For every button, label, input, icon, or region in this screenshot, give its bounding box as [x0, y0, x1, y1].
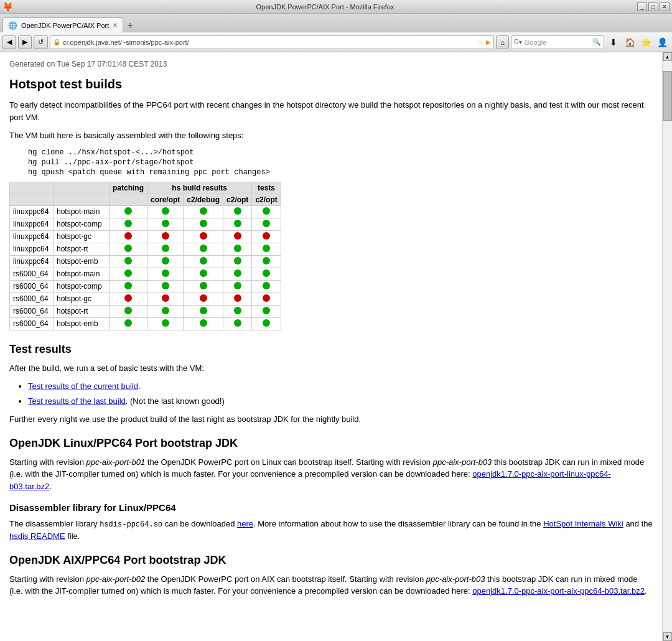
- disasm-mid3: and the: [623, 519, 653, 528]
- star-icon[interactable]: ☆: [477, 38, 483, 47]
- firefox-logo-icon: 🦊: [2, 2, 13, 12]
- page-content: Generated on Tue Sep 17 07:01:48 CEST 20…: [0, 52, 662, 641]
- window-title: OpenJDK PowerPC/AIX Port - Mozilla Firef…: [13, 3, 637, 11]
- aix-bootstrap-paragraph: Starting with revision ppc-aix-port-b02 …: [9, 573, 653, 597]
- close-button[interactable]: ✕: [660, 2, 670, 11]
- linux-p1-mid: the OpenJDK PowerPC port on Linux can bo…: [145, 457, 432, 467]
- sub-col-patch: [110, 194, 147, 205]
- sub-col-c2debug: c2/debug: [184, 194, 223, 205]
- test-intro: After the build, we run a set of basic t…: [9, 362, 653, 375]
- tab-favicon: 🌐: [8, 21, 17, 30]
- home-toolbar-icon[interactable]: 🏠: [622, 35, 637, 50]
- sub-col-platform: [10, 194, 54, 205]
- aix-italic2: ppc-aix-port-b03: [426, 574, 485, 584]
- table-row: linuxppc64hotspot-rt: [10, 243, 281, 255]
- aix-p1-prefix: Starting with revision: [9, 574, 86, 584]
- col-header-platform: [10, 182, 54, 194]
- table-row: rs6000_64hotspot-comp: [10, 280, 281, 292]
- table-row: linuxppc64hotspot-main: [10, 205, 281, 218]
- step-1: hg clone ../hsx/hotspot-<...>/hotspot: [28, 148, 653, 157]
- feed-icon[interactable]: ▶: [486, 39, 491, 45]
- build-table: patching hs build results tests core/opt…: [9, 182, 281, 330]
- address-bar[interactable]: 🔒 cr.openjdk.java.net/~simonis/ppc-aix-p…: [50, 35, 494, 49]
- disasm-wiki-link[interactable]: HotSpot Internals Wiki: [543, 519, 623, 528]
- linux-link-suffix: .: [49, 482, 52, 491]
- address-text: cr.openjdk.java.net/~simonis/ppc-aix-por…: [63, 39, 474, 46]
- new-tab-button[interactable]: +: [123, 19, 137, 32]
- aix-bootstrap-heading: OpenJDK AIX/PPC64 Port bootstrap JDK: [9, 554, 653, 567]
- aix-bootstrap-link[interactable]: openjdk1.7.0-ppc-aix-port-aix-ppc64-b03.…: [472, 586, 645, 596]
- lock-icon: 🔒: [53, 39, 60, 45]
- search-bar[interactable]: G▾ Google 🔍: [511, 35, 604, 49]
- table-row: rs6000_64hotspot-gc: [10, 292, 281, 305]
- linux-bootstrap-paragraph: Starting with revision ppc-aix-port-b01 …: [9, 456, 653, 493]
- disasm-mid2: . More information about how to use the …: [253, 519, 543, 528]
- forward-button[interactable]: ▶: [18, 35, 32, 49]
- table-row: linuxppc64hotspot-comp: [10, 218, 281, 230]
- current-build-link[interactable]: Test results of the current build: [28, 381, 138, 391]
- refresh-button[interactable]: ↺: [34, 35, 48, 49]
- table-row: linuxppc64hotspot-emb: [10, 255, 281, 268]
- test-links-list: Test results of the current build. Test …: [28, 380, 653, 407]
- nav-bar: ◀ ▶ ↺ 🔒 cr.openjdk.java.net/~simonis/ppc…: [0, 32, 672, 52]
- downloads-icon[interactable]: ⬇: [606, 35, 621, 50]
- aix-link-suffix: .: [645, 586, 647, 596]
- last-build-item: Test results of the last build. (Not the…: [28, 395, 653, 408]
- sub-col-c2opt: c2/opt: [223, 194, 252, 205]
- page-heading: Hotspot test builds: [9, 77, 653, 91]
- col-header-tests: tests: [252, 182, 281, 194]
- col-header-patching: patching: [110, 182, 147, 194]
- aix-p1-mid: the OpenJDK PowerPC port on AIX can boot…: [145, 574, 426, 584]
- intro-paragraph-1: To early detect incompatibilities of the…: [9, 99, 653, 123]
- window-controls: _ □ ✕: [637, 2, 670, 11]
- scrollbar-up-arrow[interactable]: ▲: [663, 52, 672, 61]
- user-icon[interactable]: 👤: [655, 35, 670, 50]
- linux-p1-prefix: Starting with revision: [9, 457, 86, 467]
- disasm-paragraph: The disassembler library hsdis-ppc64.so …: [9, 518, 653, 543]
- sub-col-repo: [54, 194, 110, 205]
- table-row: rs6000_64hotspot-main: [10, 268, 281, 280]
- disasm-code: hsdis-ppc64.so: [100, 520, 162, 529]
- current-build-item: Test results of the current build.: [28, 380, 653, 393]
- back-button[interactable]: ◀: [2, 35, 16, 49]
- table-row: rs6000_64hotspot-rt: [10, 305, 281, 317]
- step-2: hg pull ../ppc-aix-port/stage/hotspot: [28, 158, 653, 167]
- minimize-button[interactable]: _: [637, 2, 647, 11]
- table-row: linuxppc64hotspot-gc: [10, 230, 281, 243]
- tab-close-icon[interactable]: ✕: [113, 22, 118, 29]
- search-text: Google: [525, 39, 590, 46]
- disasm-suffix: file.: [65, 531, 80, 541]
- scrollbar: ▲ ▼: [662, 52, 672, 641]
- aix-italic1: ppc-aix-port-b02: [86, 574, 146, 584]
- home-button[interactable]: ⌂: [496, 35, 509, 49]
- toolbar-icons: ⬇ 🏠 ⭐ 👤: [606, 35, 670, 50]
- disasm-prefix: The disassembler library: [9, 519, 100, 528]
- disasm-mid: can be downloaded: [162, 519, 237, 528]
- last-build-link[interactable]: Test results of the last build: [28, 396, 126, 406]
- test-results-heading: Test results: [9, 343, 653, 356]
- disasm-readme-link[interactable]: hsdis README: [9, 531, 65, 541]
- last-build-suffix: . (Not the last known good!): [126, 396, 225, 406]
- sub-col-test-c2opt: c2/opt: [252, 194, 281, 205]
- linux-bootstrap-heading: OpenJDK Linux/PPC64 Port bootstrap JDK: [9, 437, 653, 450]
- scrollbar-thumb[interactable]: [663, 71, 672, 121]
- col-header-repo: [54, 182, 110, 194]
- maximize-button[interactable]: □: [648, 2, 658, 11]
- page-wrapper: Generated on Tue Sep 17 07:01:48 CEST 20…: [0, 52, 672, 641]
- disasm-heading: Disassembler library for Linux/PPC64: [9, 502, 653, 513]
- col-header-build: hs build results: [147, 182, 252, 194]
- search-dropdown-icon[interactable]: G▾: [514, 39, 522, 45]
- intro-paragraph-2: The VM built here is basically assembled…: [9, 129, 653, 142]
- linux-italic1: ppc-aix-port-b01: [86, 457, 146, 467]
- tab-bar: 🌐 OpenJDK PowerPC/AIX Port ✕ +: [0, 14, 672, 32]
- bookmarks-icon[interactable]: ⭐: [638, 35, 653, 50]
- scrollbar-down-arrow[interactable]: ▼: [663, 632, 672, 641]
- active-tab[interactable]: 🌐 OpenJDK PowerPC/AIX Port ✕: [2, 17, 123, 32]
- disasm-here-link[interactable]: here: [237, 519, 253, 528]
- sub-col-core: core/opt: [147, 194, 184, 205]
- further-text: Further every night we use the product b…: [9, 413, 653, 426]
- search-button[interactable]: 🔍: [592, 38, 601, 46]
- steps-block: hg clone ../hsx/hotspot-<...>/hotspot hg…: [28, 148, 653, 177]
- title-bar: 🦊 OpenJDK PowerPC/AIX Port - Mozilla Fir…: [0, 0, 672, 14]
- table-row: rs6000_64hotspot-emb: [10, 317, 281, 330]
